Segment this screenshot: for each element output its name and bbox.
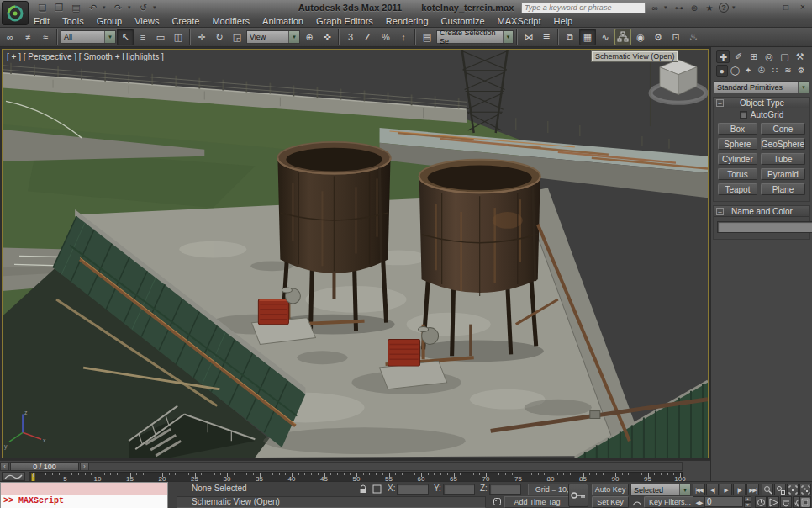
zoom-all-icon[interactable] — [774, 484, 786, 495]
use-pivot-point-center-button[interactable]: ⊕ — [301, 29, 318, 45]
name-color-rollout-header[interactable]: – Name and Color — [714, 206, 809, 217]
edit-named-selection-sets-button[interactable]: ▤ — [419, 29, 435, 45]
primitive-button-sphere[interactable]: Sphere — [718, 138, 757, 150]
select-and-link-button[interactable]: ∞ — [2, 29, 18, 45]
spinner-up-icon[interactable]: ▲ — [744, 496, 751, 502]
rectangular-selection-region-button[interactable]: ▭ — [152, 29, 169, 45]
category-helpers-icon[interactable]: ∷ — [769, 65, 781, 77]
category-shapes-icon[interactable]: ◯ — [730, 65, 741, 77]
subscription-key-icon[interactable]: ⊶ — [673, 3, 685, 13]
favorites-star-icon[interactable]: ★ — [704, 3, 715, 13]
menu-maxscript[interactable]: MAXScript — [498, 16, 541, 26]
primitives-category-dropdown[interactable]: Standard Primitives ▾ — [714, 81, 809, 93]
time-slider-track[interactable] — [0, 462, 683, 471]
frame-spinner[interactable]: ▲ ▼ — [744, 496, 751, 507]
search-input[interactable] — [521, 2, 646, 13]
autogrid-checkbox[interactable] — [740, 111, 747, 119]
key-filter-dropdown[interactable]: Selected ▾ — [630, 484, 691, 496]
primitive-button-cone[interactable]: Cone — [761, 123, 805, 135]
category-spacewarps-icon[interactable]: ≋ — [783, 65, 794, 77]
default-tangent-icon[interactable] — [630, 497, 643, 508]
primitive-button-tube[interactable]: Tube — [761, 153, 805, 165]
render-production-button[interactable]: ♨ — [685, 29, 702, 45]
primitive-button-box[interactable]: Box — [718, 123, 757, 135]
selection-lock-icon[interactable] — [356, 484, 369, 495]
go-to-end-button[interactable]: ▶▶| — [746, 484, 759, 495]
pan-hand-icon[interactable] — [780, 496, 792, 508]
x-coordinate-field[interactable] — [397, 484, 429, 495]
curve-editor-button[interactable]: ∿ — [597, 29, 614, 45]
reference-coordinate-system-dropdown[interactable]: View ▾ — [246, 30, 300, 44]
viewport-canvas[interactable]: x y z — [3, 50, 708, 458]
object-name-field[interactable] — [717, 221, 812, 233]
slider-next-frame-button[interactable]: › — [80, 462, 89, 471]
help-dropdown-icon[interactable]: ▾ — [732, 4, 738, 11]
unlink-selection-button[interactable]: ≠ — [19, 29, 36, 45]
zoom-extents-icon[interactable] — [787, 484, 799, 495]
named-selection-sets-dropdown[interactable]: Create Selection Se ▾ — [436, 30, 514, 44]
play-button[interactable]: ▶ — [720, 484, 732, 495]
select-and-move-button[interactable]: ✛ — [193, 29, 210, 45]
maxscript-macro-line[interactable] — [1, 483, 167, 495]
render-setup-button[interactable]: ⚙ — [650, 29, 667, 45]
category-lights-icon[interactable]: ✦ — [742, 65, 754, 77]
menu-create[interactable]: Create — [171, 16, 199, 26]
object-type-rollout-header[interactable]: – Object Type — [714, 98, 809, 108]
menu-animation[interactable]: Animation — [262, 16, 303, 26]
restore-button[interactable]: □ — [780, 3, 792, 13]
perspective-viewport[interactable]: x y z [ + ] [ Perspective ] [ Smooth + H… — [2, 49, 709, 458]
percent-snap-toggle[interactable]: % — [377, 29, 394, 45]
graphite-modeling-tools-toggle[interactable]: ▦ — [579, 29, 596, 45]
bind-to-space-warp-button[interactable]: ≈ — [37, 29, 54, 45]
absolute-offset-mode-icon[interactable] — [371, 484, 383, 495]
communication-center-icon[interactable]: ⊚ — [688, 3, 700, 13]
next-frame-button[interactable]: |▶ — [733, 484, 746, 495]
angle-snap-toggle[interactable]: ∠ — [360, 29, 377, 45]
select-object-button[interactable]: ↖ — [117, 29, 134, 45]
z-coordinate-field[interactable] — [489, 484, 521, 495]
previous-frame-button[interactable]: ◀| — [706, 484, 719, 495]
align-button[interactable]: ≣ — [538, 29, 555, 45]
auto-key-button[interactable]: Auto Key — [592, 484, 629, 495]
set-key-button[interactable]: Set Key — [592, 496, 629, 508]
tab-hierarchy-icon[interactable]: ⊞ — [747, 50, 761, 63]
search-icon[interactable]: ∞ — [649, 3, 661, 13]
menu-graph-editors[interactable]: Graph Editors — [316, 16, 373, 26]
menu-tools[interactable]: Tools — [62, 16, 84, 26]
primitive-button-teapot[interactable]: Teapot — [718, 183, 757, 195]
zoom-icon[interactable] — [762, 484, 773, 495]
spinner-snap-toggle[interactable]: ↕ — [395, 29, 412, 45]
menu-group[interactable]: Group — [97, 16, 123, 26]
menu-edit[interactable]: Edit — [34, 16, 50, 26]
tab-motion-icon[interactable]: ◎ — [762, 50, 776, 63]
primitive-button-pyramid[interactable]: Pyramid — [761, 168, 805, 180]
category-cameras-icon[interactable]: ✇ — [756, 65, 767, 77]
category-geometry-icon[interactable]: ● — [716, 65, 728, 77]
rendered-frame-window-button[interactable]: ⊡ — [667, 29, 684, 45]
menu-customize[interactable]: Customize — [441, 16, 485, 26]
menu-modifiers[interactable]: Modifiers — [212, 16, 250, 26]
maximize-viewport-toggle-icon[interactable] — [799, 496, 811, 508]
select-and-rotate-button[interactable]: ↻ — [211, 29, 228, 45]
time-configuration-icon[interactable] — [755, 496, 767, 508]
layer-manager-button[interactable]: ⧉ — [562, 29, 578, 45]
select-by-name-button[interactable]: ≡ — [134, 29, 151, 45]
add-time-tag-button[interactable]: Add Time Tag — [504, 496, 570, 508]
material-editor-button[interactable]: ◉ — [632, 29, 649, 45]
maxscript-mini-listener[interactable]: >> MAXScript — [0, 482, 168, 508]
key-filters-button[interactable]: Key Filters... — [644, 496, 696, 508]
tab-utilities-icon[interactable]: ⚒ — [794, 50, 807, 63]
menu-help[interactable]: Help — [554, 16, 573, 26]
category-systems-icon[interactable]: ⚙ — [795, 65, 807, 77]
selection-filter-dropdown[interactable]: All ▾ — [61, 30, 116, 44]
menu-views[interactable]: Views — [134, 16, 159, 26]
frame-number-field[interactable] — [704, 496, 743, 507]
tab-create-icon[interactable]: ✚ — [716, 50, 730, 63]
viewport-label[interactable]: [ + ] [ Perspective ] [ Smooth + Highlig… — [7, 52, 164, 61]
minimize-button[interactable]: – — [763, 3, 775, 13]
mirror-button[interactable]: ⋈ — [520, 29, 537, 45]
y-coordinate-field[interactable] — [443, 484, 475, 495]
menu-rendering[interactable]: Rendering — [386, 16, 429, 26]
set-keys-button[interactable] — [568, 484, 588, 507]
snaps-toggle-button[interactable]: 3 — [342, 29, 359, 45]
